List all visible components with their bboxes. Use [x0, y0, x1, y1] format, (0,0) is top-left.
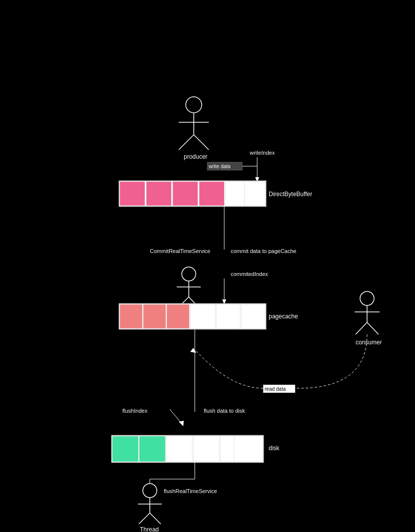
svg-rect-18 — [226, 182, 245, 206]
svg-text:commitedIndex: commitedIndex — [231, 271, 268, 277]
svg-text:producer: producer — [184, 153, 207, 160]
svg-rect-34 — [120, 304, 142, 328]
svg-text:flushRealTimeService: flushRealTimeService — [164, 488, 217, 494]
svg-text:disk: disk — [269, 445, 280, 452]
svg-text:commit data to pageCache: commit data to pageCache — [231, 248, 296, 254]
svg-text:DirectByteBuffer: DirectByteBuffer — [269, 191, 312, 198]
diagram-svg: producer writeIndex write data DirectByt… — [0, 0, 415, 532]
svg-rect-14 — [120, 182, 145, 206]
diagram-container: producer writeIndex write data DirectByt… — [0, 0, 415, 532]
svg-text:writeIndex: writeIndex — [249, 150, 275, 156]
svg-rect-39 — [216, 304, 240, 328]
svg-rect-60 — [166, 436, 192, 462]
svg-text:Thread: Thread — [140, 526, 159, 532]
svg-rect-15 — [146, 182, 171, 206]
svg-text:CommitRealTimeService: CommitRealTimeService — [150, 248, 210, 254]
svg-rect-35 — [143, 304, 166, 328]
svg-text:consumer: consumer — [356, 339, 382, 346]
svg-rect-59 — [139, 436, 165, 462]
svg-text:write data: write data — [208, 164, 231, 169]
svg-rect-19 — [245, 182, 265, 206]
svg-rect-61 — [193, 436, 219, 462]
svg-rect-16 — [173, 182, 198, 206]
svg-text:pagecache: pagecache — [269, 313, 298, 320]
svg-rect-40 — [241, 304, 265, 328]
svg-rect-58 — [112, 436, 138, 462]
svg-text:flush data to disk: flush data to disk — [204, 408, 245, 414]
svg-rect-63 — [234, 436, 263, 462]
svg-rect-38 — [190, 304, 215, 328]
svg-rect-36 — [167, 304, 189, 328]
svg-rect-17 — [199, 182, 224, 206]
svg-text:read data: read data — [265, 386, 286, 392]
svg-text:flushIndex: flushIndex — [122, 408, 148, 414]
